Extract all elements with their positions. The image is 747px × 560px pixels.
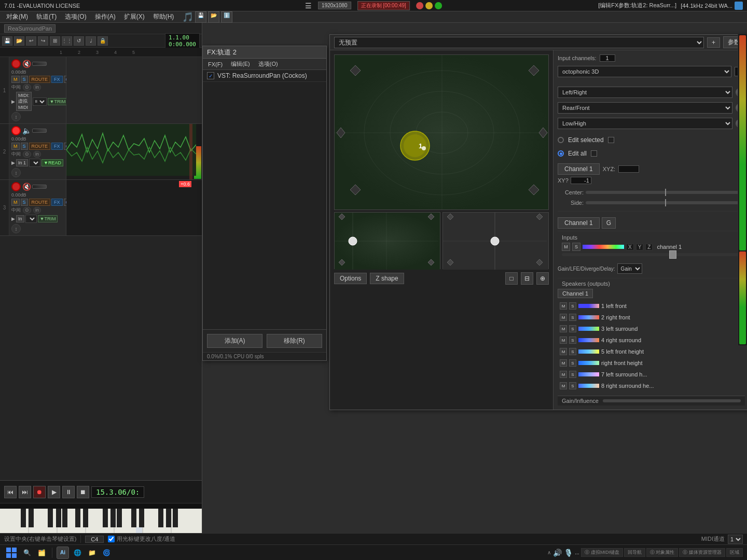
channel-1-btn[interactable]: Channel 1 xyxy=(558,163,600,175)
track-3-trim-btn[interactable]: ▼TRIM xyxy=(38,215,58,222)
taskbar-media-mgr[interactable]: ⓪ 媒体资源管理器 xyxy=(679,548,725,557)
menu-extend[interactable]: 扩展(X) xyxy=(120,11,149,22)
toolbar-open[interactable]: 📂 xyxy=(14,36,24,46)
track-3-mute-icon[interactable]: 🔇 xyxy=(22,182,31,191)
toolbar-icon-2[interactable]: 📂 xyxy=(208,11,219,23)
taskbar-chrome[interactable]: 🌀 xyxy=(100,547,113,559)
rear-front-select[interactable]: Rear/Front xyxy=(558,102,732,114)
input-m-btn[interactable]: M xyxy=(562,243,570,251)
edit-all-checkbox[interactable] xyxy=(591,150,597,157)
spk-8-s-btn[interactable]: S xyxy=(569,382,576,389)
options-btn[interactable]: Options xyxy=(334,273,367,284)
zoom-icon-btn[interactable]: ⊕ xyxy=(536,272,549,285)
taskbar-icon-1[interactable]: 🔍 xyxy=(21,547,33,559)
tray-speaker[interactable]: 🔊 xyxy=(553,549,562,557)
track-1-fx-chain-icon[interactable]: ↕ xyxy=(11,112,21,121)
track-2-fx-chain-icon[interactable]: ↕ xyxy=(11,168,21,177)
toolbar-icon-3[interactable]: ℹ️ xyxy=(221,11,232,23)
track-2-pan-in[interactable]: in xyxy=(33,151,41,158)
grid-icon-btn[interactable]: ⊟ xyxy=(521,272,533,285)
track-1-mute-icon[interactable]: 🔇 xyxy=(22,59,31,68)
edit-selected-radio[interactable] xyxy=(558,137,564,143)
toolbar-grid[interactable]: ⊞ xyxy=(50,36,60,46)
transport-go-end[interactable]: ⏭ xyxy=(19,486,31,498)
toolbar-icon-1[interactable]: 💾 xyxy=(195,11,206,23)
toolbar-undo[interactable]: ↩ xyxy=(26,36,36,46)
spk-4-m-btn[interactable]: M xyxy=(560,337,567,344)
midi-channel-select[interactable]: 1 2 3 4 xyxy=(728,535,743,544)
menu-icon[interactable]: ☰ xyxy=(305,2,312,10)
fx-menu-options[interactable]: 选项(O) xyxy=(255,60,281,68)
gain-input-thumb[interactable] xyxy=(669,250,676,259)
track-2-s-btn[interactable]: S xyxy=(21,143,28,150)
transport-record[interactable]: ⏺ xyxy=(33,486,46,498)
preset-dropdown[interactable]: 无预置 xyxy=(334,37,704,48)
toolbar-redo[interactable]: ↪ xyxy=(38,36,48,46)
menu-object[interactable]: 对象(M) xyxy=(2,11,32,22)
taskbar-reaper[interactable]: Ai xyxy=(57,547,69,559)
low-high-select[interactable]: Low/High xyxy=(558,118,732,129)
fx-menu-fx[interactable]: FX(F) xyxy=(205,61,226,68)
preset-add-btn[interactable]: + xyxy=(707,37,720,48)
taskbar-icon-2[interactable]: 🗂️ xyxy=(35,547,48,559)
track-2-read-btn[interactable]: ▼READ xyxy=(42,159,63,166)
track-3-pan-knob[interactable]: ⊙ xyxy=(23,207,31,214)
toolbar-loop[interactable]: ↺ xyxy=(74,36,84,46)
track-2-fx-btn[interactable]: FX xyxy=(51,143,63,150)
spk-7-m-btn[interactable]: M xyxy=(560,371,567,378)
track-1-m-btn[interactable]: M xyxy=(11,76,20,83)
spk-4-s-btn[interactable]: S xyxy=(569,337,576,344)
gain-influence-slider[interactable] xyxy=(603,399,741,402)
left-right-select[interactable]: Left/Right xyxy=(558,87,732,98)
cursor-checkbox-label[interactable]: 用光标键更改八度/通道 xyxy=(108,535,175,543)
input-s-btn[interactable]: S xyxy=(572,243,580,251)
minimize-btn[interactable] xyxy=(425,2,433,9)
maximize-btn[interactable] xyxy=(435,2,442,9)
track-3-fx-chain-icon[interactable]: ↕ xyxy=(11,224,21,233)
track-1-s-btn[interactable]: S xyxy=(21,76,28,83)
menu-help[interactable]: 帮助(H) xyxy=(149,11,178,22)
toolbar-metronome[interactable]: ♩ xyxy=(86,36,96,46)
spk-3-m-btn[interactable]: M xyxy=(560,325,567,332)
track-1-midi-select[interactable]: 8 xyxy=(33,97,47,106)
transport-play[interactable]: ▶ xyxy=(48,486,60,498)
edit-selected-checkbox[interactable] xyxy=(608,137,614,143)
spk-1-s-btn[interactable]: S xyxy=(569,302,576,310)
track-1-pan-knob[interactable]: ⊙ xyxy=(23,84,31,91)
track-1-fx-btn[interactable]: FX xyxy=(51,76,63,83)
z-shape-btn[interactable]: Z shape xyxy=(370,273,404,284)
taskbar-midi-keyboard[interactable]: ⓪ 虚拟MIDI键盘 xyxy=(581,548,623,557)
transport-go-start[interactable]: ⏮ xyxy=(4,486,17,498)
track-3-rec-btn[interactable] xyxy=(11,182,21,191)
spk-1-m-btn[interactable]: M xyxy=(560,302,567,310)
track-1-rec-btn[interactable] xyxy=(11,59,21,68)
tray-mic[interactable]: 🎙️ xyxy=(564,549,573,557)
cursor-checkbox[interactable] xyxy=(108,536,115,542)
spk-7-s-btn[interactable]: S xyxy=(569,371,576,378)
input-channels-input[interactable]: 1 xyxy=(600,54,615,62)
track-3-vol-knob[interactable] xyxy=(32,185,47,189)
track-2-src-select[interactable] xyxy=(29,159,40,167)
track-1-route-btn[interactable]: ROUTE xyxy=(29,76,51,83)
recording-status[interactable]: 正在录制 [00:00:49] xyxy=(357,1,410,10)
toolbar-save[interactable]: 💾 xyxy=(2,36,12,46)
taskbar-obj-props[interactable]: ⓪ 对象属性 xyxy=(646,548,679,557)
spk-6-s-btn[interactable]: S xyxy=(569,359,576,367)
track-2-vol-knob[interactable] xyxy=(32,129,47,133)
track-1-vol-knob[interactable] xyxy=(32,62,47,66)
close-btn[interactable] xyxy=(416,2,423,9)
track-2-mute-icon[interactable]: 🔈 xyxy=(22,126,31,135)
fx-menu-edit[interactable]: 编辑(E) xyxy=(228,60,253,68)
transport-stop[interactable]: ⏹ xyxy=(77,486,89,498)
spk-3-s-btn[interactable]: S xyxy=(569,325,576,332)
top-panner[interactable]: 1 xyxy=(334,54,549,210)
square-icon-btn[interactable]: □ xyxy=(505,272,518,285)
track-1-pan-in[interactable]: in xyxy=(33,84,41,91)
center-slider[interactable] xyxy=(586,191,745,194)
center-thumb[interactable] xyxy=(665,189,666,196)
edit-all-radio[interactable] xyxy=(558,150,564,157)
menu-action[interactable]: 操作(A) xyxy=(91,11,120,22)
taskbar-files[interactable]: 📁 xyxy=(86,547,98,559)
menu-options[interactable]: 选项(O) xyxy=(61,11,90,22)
g-btn[interactable]: G xyxy=(602,217,616,229)
